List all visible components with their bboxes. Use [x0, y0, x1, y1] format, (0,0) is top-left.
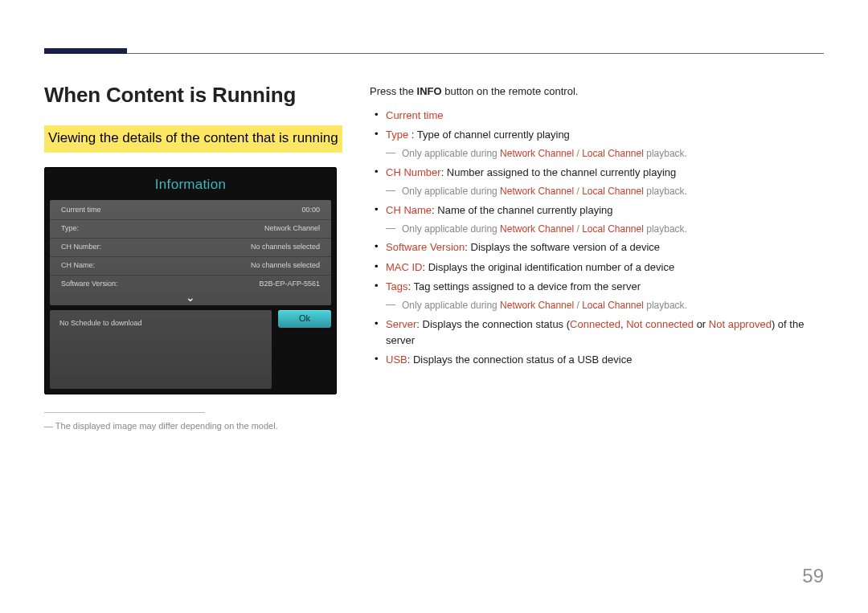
tv-schedule-box: No Schedule to download: [50, 310, 272, 389]
right-column: Press the INFO button on the remote cont…: [370, 79, 824, 433]
page-title: When Content is Running: [44, 79, 346, 111]
tv-info-table: Current time 00:00 Type: Network Channel…: [50, 200, 331, 305]
tv-row-label: CH Name:: [61, 260, 95, 272]
note-ch-number: Only applicable during Network Channel /…: [386, 182, 824, 201]
footnote-rule: [44, 412, 205, 413]
intro-text: Press the INFO button on the remote cont…: [370, 84, 824, 100]
tv-row-type: Type: Network Channel: [50, 219, 331, 238]
tv-row-value: Network Channel: [264, 223, 320, 235]
left-column: When Content is Running Viewing the deta…: [44, 79, 346, 433]
tv-row-label: Current time: [61, 205, 101, 216]
top-rule: [127, 53, 824, 54]
tv-info-panel: Information Current time 00:00 Type: Net…: [44, 167, 337, 394]
page-body: When Content is Running Viewing the deta…: [0, 0, 868, 433]
tv-row-current-time: Current time 00:00: [50, 202, 331, 219]
tv-row-value: 00:00: [301, 205, 320, 216]
chevron-down-icon: ⌄: [50, 293, 331, 304]
tv-row-label: Software Version:: [61, 279, 118, 290]
item-type: Type : Type of channel currently playing: [370, 125, 824, 145]
item-usb: USB: Displays the connection status of a…: [370, 350, 824, 370]
item-software-version: Software Version: Displays the software …: [370, 238, 824, 257]
note-ch-name: Only applicable during Network Channel /…: [386, 220, 824, 239]
tv-row-value: No channels selected: [251, 260, 320, 272]
page-number: 59: [802, 561, 824, 591]
item-tags: Tags: Tag settings assigned to a device …: [370, 277, 824, 296]
section-subheading: Viewing the details of the content that …: [44, 125, 342, 152]
item-ch-number: CH Number: Number assigned to the channe…: [370, 163, 824, 182]
tv-row-value: No channels selected: [251, 242, 320, 253]
tv-row-ch-number: CH Number: No channels selected: [50, 238, 331, 256]
tv-row-label: CH Number:: [61, 242, 101, 253]
tv-lower-row: No Schedule to download Ok: [50, 310, 331, 389]
note-type: Only applicable during Network Channel /…: [386, 145, 824, 163]
tv-row-label: Type:: [61, 223, 79, 235]
ok-button[interactable]: Ok: [278, 310, 331, 328]
item-mac-id: MAC ID: Displays the original identifica…: [370, 258, 824, 277]
section-accent-bar: [44, 48, 127, 54]
tv-row-value: B2B-EP-AFP-5561: [259, 279, 320, 290]
item-current-time: Current time: [370, 106, 824, 125]
details-list: Current time Type : Type of channel curr…: [370, 106, 824, 370]
image-disclaimer-footnote: ― The displayed image may differ dependi…: [44, 419, 346, 433]
item-ch-name: CH Name: Name of the channel currently p…: [370, 201, 824, 220]
item-server: Server: Displays the connection status (…: [370, 315, 824, 350]
tv-row-ch-name: CH Name: No channels selected: [50, 256, 331, 275]
note-tags: Only applicable during Network Channel /…: [386, 296, 824, 315]
tv-panel-title: Information: [50, 173, 331, 200]
